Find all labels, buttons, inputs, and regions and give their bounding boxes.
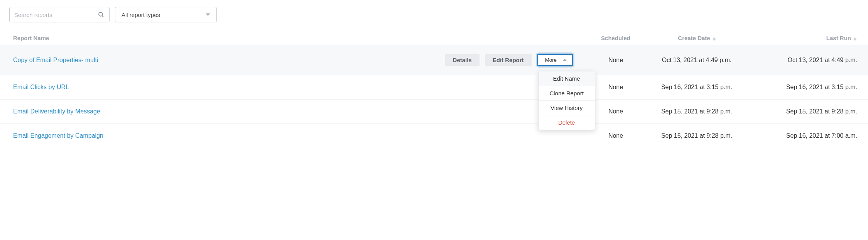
menu-edit-name[interactable]: Edit Name bbox=[539, 71, 595, 86]
report-name-link[interactable]: Email Clicks by URL bbox=[13, 84, 69, 91]
menu-clone-report[interactable]: Clone Report bbox=[539, 86, 595, 101]
col-header-create-date[interactable]: Create Date◆ bbox=[643, 35, 751, 41]
report-name-link[interactable]: Copy of Email Properties- multi bbox=[13, 57, 98, 64]
table-row: Email Clicks by URL None Sep 16, 2021 at… bbox=[0, 75, 868, 100]
col-header-name: Report Name bbox=[13, 35, 589, 41]
create-date-value: Sep 16, 2021 at 3:15 p.m. bbox=[643, 84, 751, 91]
scheduled-value: None bbox=[589, 132, 643, 139]
table-row: Email Deliverability by Message None Sep… bbox=[0, 100, 868, 124]
svg-line-1 bbox=[102, 15, 103, 17]
search-icon bbox=[98, 11, 105, 18]
report-type-select[interactable]: All report types bbox=[115, 7, 217, 22]
create-date-value: Oct 13, 2021 at 4:49 p.m. bbox=[643, 57, 751, 64]
last-run-value: Sep 15, 2021 at 9:28 p.m. bbox=[751, 108, 859, 115]
table-row: Copy of Email Properties- multi Details … bbox=[0, 45, 868, 75]
caret-down-icon bbox=[206, 12, 210, 18]
last-run-value: Sep 16, 2021 at 3:15 p.m. bbox=[751, 84, 859, 91]
create-date-value: Sep 15, 2021 at 9:28 p.m. bbox=[643, 108, 751, 115]
create-date-value: Sep 15, 2021 at 9:28 p.m. bbox=[643, 132, 751, 139]
row-actions: Details Edit Report More Edit Name Clone… bbox=[445, 54, 573, 66]
table-header: Report Name Scheduled Create Date◆ Last … bbox=[0, 31, 868, 45]
more-dropdown: Edit Name Clone Report View History Dele… bbox=[538, 71, 595, 130]
scheduled-value: None bbox=[589, 84, 643, 91]
name-cell: Email Engagement by Campaign bbox=[13, 132, 589, 139]
sort-icon: ◆ bbox=[713, 36, 716, 41]
sort-icon: ◆ bbox=[853, 36, 856, 41]
last-run-value: Sep 16, 2021 at 7:00 a.m. bbox=[751, 132, 859, 139]
report-name-link[interactable]: Email Deliverability by Message bbox=[13, 108, 100, 115]
toolbar: All report types bbox=[0, 7, 868, 31]
table-row: Email Engagement by Campaign None Sep 15… bbox=[0, 124, 868, 148]
more-label: More bbox=[545, 57, 557, 63]
caret-up-icon bbox=[563, 57, 567, 63]
report-type-label: All report types bbox=[122, 12, 160, 18]
col-header-last-run[interactable]: Last Run◆ bbox=[751, 35, 859, 41]
reports-table: Report Name Scheduled Create Date◆ Last … bbox=[0, 31, 868, 148]
search-reports-input[interactable] bbox=[14, 12, 98, 18]
scheduled-value: None bbox=[589, 57, 643, 64]
scheduled-value: None bbox=[589, 108, 643, 115]
name-cell: Copy of Email Properties- multi Details … bbox=[13, 54, 589, 66]
menu-delete[interactable]: Delete bbox=[539, 115, 595, 130]
more-button[interactable]: More Edit Name Clone Report View History… bbox=[537, 54, 573, 66]
menu-view-history[interactable]: View History bbox=[539, 101, 595, 115]
details-button[interactable]: Details bbox=[445, 54, 480, 66]
col-header-scheduled: Scheduled bbox=[589, 35, 643, 41]
report-name-link[interactable]: Email Engagement by Campaign bbox=[13, 132, 103, 139]
last-run-value: Oct 13, 2021 at 4:49 p.m. bbox=[751, 57, 859, 64]
name-cell: Email Clicks by URL bbox=[13, 84, 589, 91]
search-reports-input-wrapper[interactable] bbox=[9, 7, 110, 22]
name-cell: Email Deliverability by Message bbox=[13, 108, 589, 115]
edit-report-button[interactable]: Edit Report bbox=[485, 54, 532, 66]
